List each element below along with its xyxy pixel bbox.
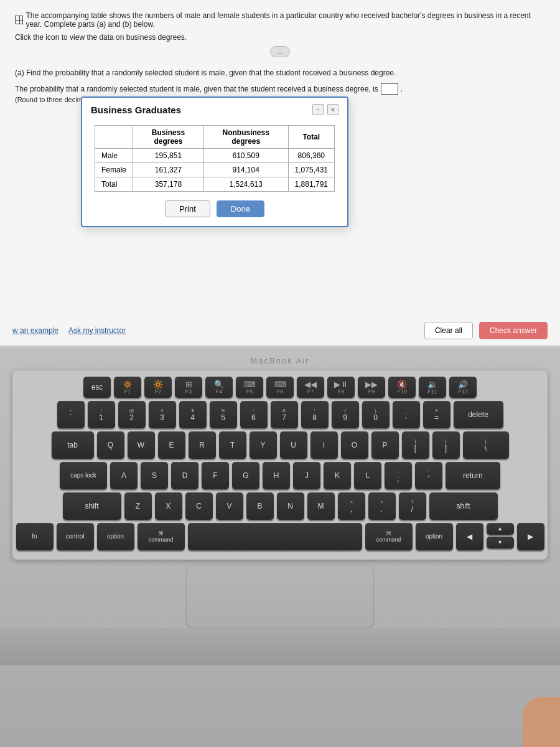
key-y[interactable]: Y [250,431,277,459]
key-g[interactable]: G [232,462,259,489]
key-6[interactable]: ^6 [240,401,268,428]
key-q[interactable]: Q [97,431,124,459]
bottom-strip [0,628,560,665]
key-5[interactable]: %5 [210,401,237,428]
key-a[interactable]: A [110,462,138,489]
clear-all-button[interactable]: Clear all [424,322,473,339]
key-quote[interactable]: "' [415,462,442,489]
key-f12[interactable]: 🔊F12 [449,377,477,398]
key-z[interactable]: Z [124,492,152,520]
key-t[interactable]: T [219,431,246,459]
number-key-row: ~` !1 @2 #3 $4 %5 ^6 &7 *8 (9 )0 _- += d… [20,401,540,428]
key-tab[interactable]: tab [52,431,94,459]
key-arrow-left[interactable]: ◀ [456,523,483,550]
key-4[interactable]: $4 [179,401,207,428]
table-icon[interactable] [15,16,23,24]
check-answer-button[interactable]: Check answer [479,322,548,339]
print-button[interactable]: Print [165,200,210,217]
key-u[interactable]: U [280,431,307,459]
modal-close-button[interactable]: × [327,104,338,115]
key-l[interactable]: L [354,462,381,489]
key-f8[interactable]: ▶⏸F8 [327,377,355,398]
key-option-right[interactable]: option [416,523,453,550]
key-bracket-l[interactable]: {[ [402,431,429,459]
key-v[interactable]: V [216,492,243,520]
key-caps-lock[interactable]: caps lock [60,462,107,489]
key-arrow-down[interactable]: ▼ [487,537,514,548]
key-backtick[interactable]: ~` [57,401,85,428]
key-1[interactable]: !1 [88,401,115,428]
key-f5[interactable]: ⌨F5 [236,377,263,398]
key-period[interactable]: >. [368,492,396,520]
key-f3[interactable]: ⊞F3 [175,377,202,398]
table-header-total: Total [288,126,334,149]
key-option-left[interactable]: option [97,523,134,550]
key-n[interactable]: N [277,492,304,520]
key-f7[interactable]: ◀◀F7 [297,377,324,398]
row-total-label: Total [95,177,133,192]
click-icon-text: Click the icon to view the data on busin… [15,33,187,42]
key-p[interactable]: P [371,431,399,459]
data-table: Business degrees Nonbusiness degrees Tot… [95,125,335,192]
key-arrow-right[interactable]: ▶ [517,523,544,550]
key-8[interactable]: *8 [301,401,329,428]
done-button[interactable]: Done [217,200,264,217]
ask-instructor-link[interactable]: Ask my instructor [68,326,126,335]
problem-header: The accompanying table shows the numbers… [15,11,545,29]
key-e[interactable]: E [158,431,185,459]
key-space[interactable] [188,523,362,550]
key-f11[interactable]: 🔉F11 [419,377,446,398]
key-semicolon[interactable]: :; [385,462,412,489]
key-d[interactable]: D [171,462,198,489]
touchpad[interactable] [187,566,373,628]
key-i[interactable]: I [310,431,338,459]
key-3[interactable]: #3 [149,401,176,428]
key-k[interactable]: K [324,462,351,489]
key-o[interactable]: O [341,431,368,459]
key-f1[interactable]: 🔅F1 [114,377,141,398]
key-esc[interactable]: esc [83,377,111,398]
key-f9[interactable]: ▶▶F9 [358,377,385,398]
key-comma[interactable]: <, [338,492,365,520]
key-delete[interactable]: delete [454,401,503,428]
key-7[interactable]: &7 [271,401,298,428]
key-control[interactable]: control [57,523,94,550]
key-equals[interactable]: += [423,401,450,428]
hand-corner [523,697,560,747]
ellipsis-button[interactable]: ... [270,46,289,57]
key-w[interactable]: W [128,431,155,459]
key-m[interactable]: M [307,492,335,520]
key-shift-left[interactable]: shift [63,492,121,520]
key-fn[interactable]: fn [16,523,54,550]
key-s[interactable]: S [141,462,168,489]
key-return[interactable]: return [446,462,500,489]
key-0[interactable]: )0 [362,401,390,428]
key-r[interactable]: R [189,431,216,459]
example-link[interactable]: w an example [12,326,58,335]
key-h[interactable]: H [263,462,290,489]
key-f6[interactable]: ⌨F6 [266,377,294,398]
key-arrow-up[interactable]: ▲ [487,523,514,535]
key-shift-right[interactable]: shift [429,492,498,520]
key-command-right[interactable]: ⌘command [365,523,413,550]
key-c[interactable]: C [185,492,213,520]
modal-minimize-button[interactable]: − [312,104,324,115]
key-b[interactable]: B [246,492,274,520]
key-f10[interactable]: 🔇F10 [388,377,416,398]
table-row-male: Male 195,851 610,509 806,360 [95,149,335,163]
key-minus[interactable]: _- [393,401,420,428]
business-graduates-modal: Business Graduates − × Business degrees … [81,96,348,227]
key-slash[interactable]: ?/ [399,492,426,520]
qwerty-key-row: tab Q W E R T Y U I O P {[ }] |\ [20,431,540,459]
key-x[interactable]: X [155,492,182,520]
key-bracket-r[interactable]: }] [432,431,460,459]
key-f4[interactable]: 🔍F4 [205,377,233,398]
key-2[interactable]: @2 [118,401,146,428]
key-j[interactable]: J [293,462,320,489]
key-backslash[interactable]: |\ [463,431,509,459]
key-command-left[interactable]: ⌘command [138,523,185,550]
answer-input-box[interactable] [381,83,398,95]
key-f2[interactable]: 🔆F2 [144,377,172,398]
key-f[interactable]: F [202,462,229,489]
key-9[interactable]: (9 [332,401,359,428]
